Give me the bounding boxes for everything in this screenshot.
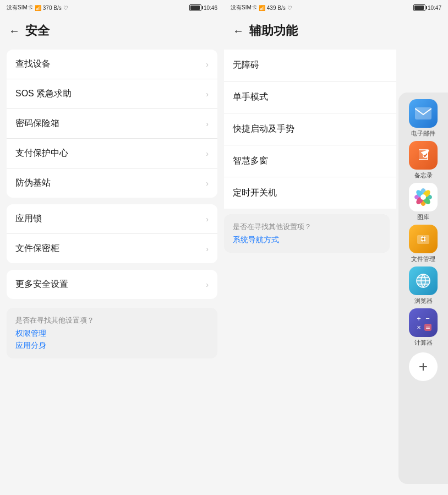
left-suggestion-box: 是否在寻找其他设置项？ 权限管理 应用分身 <box>7 308 217 358</box>
menu-item-file-safe[interactable]: 文件保密柜 › <box>7 234 217 263</box>
right-heart-icon: ♡ <box>287 5 292 11</box>
menu-item-find-device[interactable]: 查找设备 › <box>7 50 217 79</box>
menu-item-anti-fake[interactable]: 防伪基站 › <box>7 168 217 198</box>
mail-icon <box>409 99 438 128</box>
menu-item-more-security-label: 更多安全设置 <box>15 279 68 290</box>
dock-label-notes: 备忘录 <box>414 171 433 179</box>
menu-item-one-hand-label: 单手模式 <box>233 91 387 103</box>
right-status-bar: 没有SIM卡 📶 439 B/s ♡ 10:47 <box>224 0 448 15</box>
menu-item-password-safe[interactable]: 密码保险箱 › <box>7 109 217 139</box>
chevron-sos: › <box>206 90 209 99</box>
menu-item-payment[interactable]: 支付保护中心 › <box>7 139 217 168</box>
dock-item-notes[interactable]: 备忘录 <box>401 141 445 179</box>
menu-item-accessibility-label: 无障碍 <box>233 59 387 71</box>
calc-times: × <box>416 324 423 331</box>
left-carrier: 没有SIM卡 <box>7 4 33 12</box>
browser-svg <box>414 272 432 290</box>
dock-item-mail[interactable]: 电子邮件 <box>401 99 445 138</box>
menu-item-scheduled-power-label: 定时开关机 <box>233 187 387 199</box>
dock-label-photos: 图库 <box>417 213 429 221</box>
right-title: 辅助功能 <box>249 23 298 39</box>
right-status-right: 10:47 <box>413 4 441 11</box>
svg-point-13 <box>422 238 424 240</box>
dock-label-browser: 浏览器 <box>414 297 433 305</box>
chevron-app-lock: › <box>206 215 209 224</box>
menu-item-more-security[interactable]: 更多安全设置 › <box>7 270 217 299</box>
chevron-file-safe: › <box>206 244 209 253</box>
menu-item-find-device-label: 查找设备 <box>15 58 51 70</box>
left-status-bar: 没有SIM卡 📶 370 B/s ♡ 10:46 <box>0 0 224 15</box>
right-menu-section-1: 无障碍 单手模式 快捷启动及手势 智慧多窗 定时开关机 <box>224 50 396 209</box>
right-status-left: 没有SIM卡 📶 439 B/s ♡ <box>231 4 292 12</box>
right-suggestion-box: 是否在寻找其他设置项？ 系统导航方式 <box>224 214 390 253</box>
left-title: 安全 <box>25 23 50 39</box>
dock-label-calculator: 计算器 <box>414 339 433 347</box>
menu-item-sos-label: SOS 紧急求助 <box>15 88 72 100</box>
svg-rect-0 <box>415 107 431 119</box>
dock-item-files[interactable]: 文件管理 <box>401 225 445 263</box>
notes-svg <box>416 148 431 163</box>
menu-item-anti-fake-label: 防伪基站 <box>15 177 51 189</box>
dock-label-mail: 电子邮件 <box>411 129 435 138</box>
left-heart-icon: ♡ <box>63 5 68 11</box>
chevron-anti-fake: › <box>206 179 209 188</box>
menu-item-shortcuts-label: 快捷启动及手势 <box>233 123 387 135</box>
left-suggestion-label: 是否在寻找其他设置项？ <box>15 316 209 325</box>
menu-item-shortcuts[interactable]: 快捷启动及手势 <box>224 113 396 145</box>
right-speed: 439 B/s <box>267 5 286 11</box>
calc-equals: ＝ <box>424 324 431 331</box>
menu-item-multi-window[interactable]: 智慧多窗 <box>224 145 396 177</box>
app-dock: 电子邮件 备忘录 <box>398 93 448 484</box>
mail-svg <box>415 107 431 119</box>
dock-item-calculator[interactable]: + − × ＝ 计算器 <box>401 308 445 347</box>
right-time: 10:47 <box>428 5 441 11</box>
dock-label-files: 文件管理 <box>411 255 435 263</box>
left-menu-section-3: 更多安全设置 › <box>7 270 217 299</box>
files-svg <box>415 231 431 247</box>
right-wifi-icon: 📶 <box>259 5 265 11</box>
chevron-password-safe: › <box>206 119 209 128</box>
svg-point-10 <box>420 194 426 200</box>
dock-item-photos[interactable]: 图库 <box>401 183 445 221</box>
calc-plus: + <box>416 315 423 322</box>
menu-item-accessibility[interactable]: 无障碍 <box>224 50 396 81</box>
right-header: ← 辅助功能 <box>224 15 448 46</box>
files-icon <box>409 225 438 253</box>
left-time: 10:46 <box>204 5 217 11</box>
calc-grid: + − × ＝ <box>410 309 437 336</box>
menu-item-sos[interactable]: SOS 紧急求助 › <box>7 79 217 109</box>
left-battery-icon <box>189 4 201 11</box>
menu-item-password-safe-label: 密码保险箱 <box>15 118 59 129</box>
photos-icon <box>409 183 438 211</box>
right-battery-icon <box>413 4 425 11</box>
left-menu-section-2: 应用锁 › 文件保密柜 › <box>7 204 217 263</box>
chevron-more-security: › <box>206 280 209 289</box>
menu-item-file-safe-label: 文件保密柜 <box>15 243 59 254</box>
dock-add-button[interactable]: + <box>409 352 438 381</box>
menu-item-multi-window-label: 智慧多窗 <box>233 155 387 167</box>
photos-svg <box>413 187 433 207</box>
left-wifi-icon: 📶 <box>35 5 41 11</box>
left-status-right: 10:46 <box>189 4 217 11</box>
right-suggestion-label: 是否在寻找其他设置项？ <box>233 222 381 232</box>
notes-icon <box>409 141 438 170</box>
menu-item-one-hand[interactable]: 单手模式 <box>224 81 396 113</box>
left-speed: 370 B/s <box>43 5 62 11</box>
menu-item-app-lock[interactable]: 应用锁 › <box>7 204 217 234</box>
right-carrier: 没有SIM卡 <box>231 4 257 12</box>
left-header: ← 安全 <box>0 15 224 46</box>
left-back-button[interactable]: ← <box>9 25 20 37</box>
menu-item-payment-label: 支付保护中心 <box>15 148 68 159</box>
right-panel: 没有SIM卡 📶 439 B/s ♡ 10:47 ← 辅助功能 无障碍 单 <box>224 0 448 495</box>
left-suggestion-link-permission[interactable]: 权限管理 <box>15 329 209 339</box>
right-back-button[interactable]: ← <box>233 25 244 37</box>
dock-add-icon: + <box>419 358 428 376</box>
dock-item-browser[interactable]: 浏览器 <box>401 266 445 305</box>
menu-item-scheduled-power[interactable]: 定时开关机 <box>224 177 396 209</box>
left-status-left: 没有SIM卡 📶 370 B/s ♡ <box>7 4 68 12</box>
left-menu-section-1: 查找设备 › SOS 紧急求助 › 密码保险箱 › 支付保护中心 › 防伪基站 … <box>7 50 217 198</box>
left-suggestion-link-clone[interactable]: 应用分身 <box>15 341 209 351</box>
right-suggestion-link-nav[interactable]: 系统导航方式 <box>233 235 381 245</box>
calc-minus: − <box>424 315 431 322</box>
browser-icon <box>409 266 438 295</box>
